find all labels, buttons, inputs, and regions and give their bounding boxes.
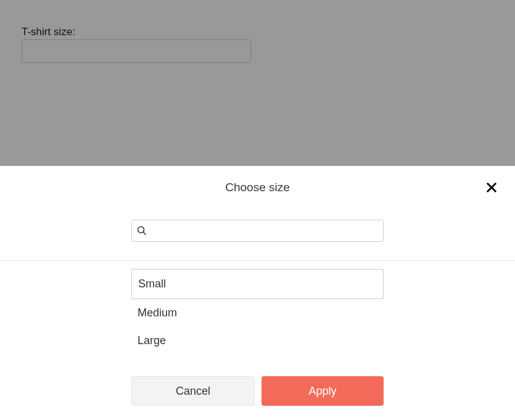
search-icon — [137, 226, 147, 236]
close-icon — [487, 183, 496, 192]
cancel-button[interactable]: Cancel — [131, 376, 255, 406]
divider — [0, 260, 515, 261]
close-button[interactable] — [484, 179, 500, 196]
option-medium[interactable]: Medium — [131, 299, 384, 327]
option-small[interactable]: Small — [131, 269, 384, 299]
apply-button[interactable]: Apply — [262, 376, 384, 406]
svg-point-2 — [138, 227, 144, 233]
option-large[interactable]: Large — [131, 327, 384, 355]
svg-line-3 — [143, 232, 146, 234]
choose-size-sheet: Choose size Small Medium Large Cancel Ap… — [0, 166, 515, 420]
modal-overlay[interactable] — [0, 0, 515, 166]
search-input[interactable] — [150, 225, 378, 236]
options-list: Small Medium Large — [131, 269, 384, 355]
sheet-title: Choose size — [0, 181, 515, 194]
button-row: Cancel Apply — [131, 376, 384, 406]
search-field[interactable] — [131, 220, 384, 242]
